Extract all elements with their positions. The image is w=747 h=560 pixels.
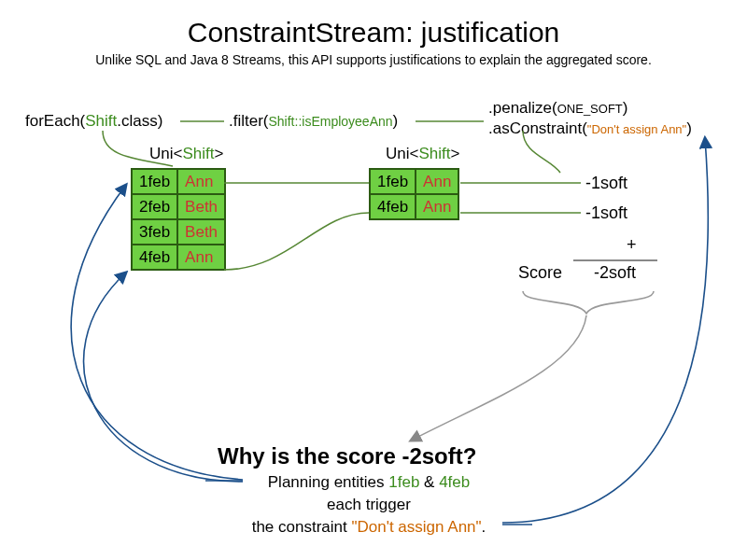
table-row: 4febAnn	[132, 245, 225, 270]
table-row: 1febAnn	[132, 169, 225, 194]
penalty-2: -1soft	[585, 203, 627, 223]
explanation-text: Planning entities 1feb & 4feb each trigg…	[210, 471, 528, 539]
uni-label-left: Uni<Shift>	[149, 145, 223, 163]
shift-table-left: 1febAnn 2febBeth 3febBeth 4febAnn	[131, 168, 226, 271]
subtitle: Unlike SQL and Java 8 Streams, this API …	[0, 52, 747, 67]
shift-table-right: 1febAnn 4febAnn	[369, 168, 459, 220]
plus-sign: +	[627, 235, 637, 255]
score-value: -2soft	[594, 263, 636, 283]
table-row: 4febAnn	[370, 194, 458, 219]
table-row: 3febBeth	[132, 219, 225, 245]
score-divider	[573, 259, 657, 261]
why-heading: Why is the score -2soft?	[218, 443, 476, 469]
score-label: Score	[518, 263, 562, 283]
code-asconstraint: .asConstraint("Don't assign Ann")	[488, 119, 692, 138]
table-row: 1febAnn	[370, 169, 458, 194]
table-row: 2febBeth	[132, 194, 225, 219]
code-foreach: forEach(Shift.class)	[25, 112, 162, 131]
page-title: ConstraintStream: justification	[0, 17, 747, 49]
penalty-1: -1soft	[585, 174, 627, 193]
code-penalize: .penalize(ONE_SOFT)	[488, 99, 627, 118]
code-filter: .filter(Shift::isEmployeeAnn)	[229, 112, 398, 131]
uni-label-right: Uni<Shift>	[386, 145, 459, 163]
